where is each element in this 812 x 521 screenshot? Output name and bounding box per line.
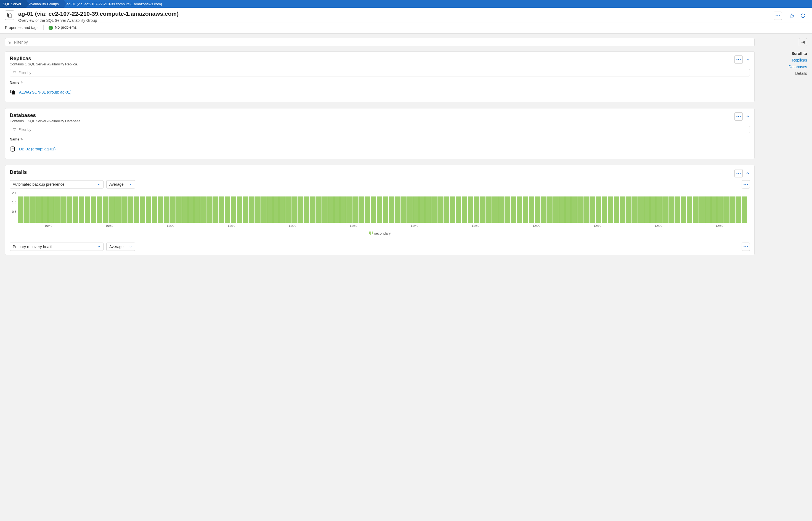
chart-bar[interactable] xyxy=(675,197,680,223)
databases-name-column[interactable]: Name ⇅ xyxy=(10,137,750,143)
chart-bar[interactable] xyxy=(346,197,352,223)
chart-bar[interactable] xyxy=(486,197,492,223)
chart-bar[interactable] xyxy=(297,197,303,223)
chart-bar[interactable] xyxy=(413,197,419,223)
table-row[interactable]: DB-02 (group: ag-01) xyxy=(10,143,750,155)
chart-bar[interactable] xyxy=(359,197,364,223)
chart-bar[interactable] xyxy=(395,197,401,223)
replicas-collapse-button[interactable] xyxy=(745,58,750,62)
chart-bar[interactable] xyxy=(286,197,291,223)
chart-bar[interactable] xyxy=(650,197,656,223)
table-row[interactable]: ALWAYSON-01 (group: ag-01) xyxy=(10,86,750,98)
chart-bar[interactable] xyxy=(644,197,650,223)
chart-bar[interactable] xyxy=(383,197,388,223)
chart-bar[interactable] xyxy=(103,197,109,223)
chart-bar[interactable] xyxy=(717,197,723,223)
chart-bar[interactable] xyxy=(742,197,747,223)
chart-bar[interactable] xyxy=(164,197,170,223)
chart-2-more-button[interactable] xyxy=(742,243,750,251)
chart-bar[interactable] xyxy=(322,197,328,223)
chart-bar[interactable] xyxy=(134,197,139,223)
chart-bar[interactable] xyxy=(152,197,157,223)
problems-status[interactable]: ✓No problems xyxy=(49,25,76,30)
chart-bar[interactable] xyxy=(705,197,711,223)
chart-bar[interactable] xyxy=(614,197,619,223)
chart-bar[interactable] xyxy=(656,197,662,223)
databases-filter[interactable] xyxy=(10,126,750,133)
chart-bar[interactable] xyxy=(48,197,54,223)
chart-bar[interactable] xyxy=(699,197,705,223)
chart-bar[interactable] xyxy=(723,197,729,223)
chart-bar[interactable] xyxy=(595,197,601,223)
chart-bar[interactable] xyxy=(553,197,559,223)
chart-bar[interactable] xyxy=(462,197,467,223)
chart-bar[interactable] xyxy=(261,197,267,223)
chart-bar[interactable] xyxy=(584,197,589,223)
chart-bar[interactable] xyxy=(54,197,60,223)
chart-bar[interactable] xyxy=(504,197,510,223)
chart-bar[interactable] xyxy=(303,197,309,223)
chart-bar[interactable] xyxy=(620,197,626,223)
chart-bar[interactable] xyxy=(128,197,133,223)
properties-and-tags-link[interactable]: Properties and tags xyxy=(5,25,38,30)
scroll-link-replicas[interactable]: Replicas xyxy=(760,58,807,62)
chart-bar[interactable] xyxy=(200,197,206,223)
chart-bar[interactable] xyxy=(334,197,340,223)
chart-bar[interactable] xyxy=(18,197,23,223)
chart-bar[interactable] xyxy=(456,197,461,223)
chart-bar[interactable] xyxy=(425,197,431,223)
aggregation-select-1[interactable]: Average xyxy=(106,180,135,188)
chart-bar[interactable] xyxy=(243,197,248,223)
chart-bar[interactable] xyxy=(693,197,698,223)
replicas-filter-input[interactable] xyxy=(19,71,747,75)
chart-bar[interactable] xyxy=(237,197,242,223)
chart-bar[interactable] xyxy=(437,197,443,223)
chart-bar[interactable] xyxy=(310,197,315,223)
details-collapse-button[interactable] xyxy=(745,171,750,176)
chart-bar[interactable] xyxy=(24,197,29,223)
chart-bar[interactable] xyxy=(225,197,230,223)
chart-bar[interactable] xyxy=(30,197,36,223)
replicas-filter[interactable] xyxy=(10,69,750,76)
chart-bar[interactable] xyxy=(121,197,127,223)
thumbs-up-button[interactable] xyxy=(788,12,796,20)
chart-bar[interactable] xyxy=(389,197,394,223)
chart-bar[interactable] xyxy=(377,197,382,223)
chart-bar[interactable] xyxy=(73,197,78,223)
chart-bar[interactable] xyxy=(535,197,540,223)
chart-bar[interactable] xyxy=(291,197,297,223)
chart-bar[interactable] xyxy=(170,197,176,223)
chart-bar[interactable] xyxy=(97,197,103,223)
chart-bar[interactable] xyxy=(194,197,200,223)
chart-bar[interactable] xyxy=(541,197,546,223)
chart-bar[interactable] xyxy=(571,197,577,223)
breadcrumb-availability-groups[interactable]: Availability Groups xyxy=(26,0,64,8)
scroll-link-databases[interactable]: Databases xyxy=(760,65,807,69)
chart-bar[interactable] xyxy=(146,197,151,223)
details-more-button[interactable] xyxy=(735,169,743,177)
chart-bar[interactable] xyxy=(492,197,498,223)
chart-bar[interactable] xyxy=(547,197,552,223)
metric-select-1[interactable]: Automated backup preference xyxy=(10,180,104,188)
chart-bar[interactable] xyxy=(61,197,66,223)
chart-bar[interactable] xyxy=(176,197,182,223)
chart-bar[interactable] xyxy=(91,197,96,223)
chart-bar[interactable] xyxy=(255,197,261,223)
chart-bar[interactable] xyxy=(188,197,194,223)
chart-bar[interactable] xyxy=(736,197,741,223)
chart-bar[interactable] xyxy=(632,197,637,223)
chart-bar[interactable] xyxy=(565,197,571,223)
chart-bar[interactable] xyxy=(498,197,504,223)
chart-bar[interactable] xyxy=(662,197,668,223)
chart-bar[interactable] xyxy=(273,197,279,223)
replicas-more-button[interactable] xyxy=(735,55,743,64)
chart-bar[interactable] xyxy=(182,197,188,223)
chart-bar[interactable] xyxy=(401,197,407,223)
chart-1-more-button[interactable] xyxy=(742,180,750,188)
chart-bar[interactable] xyxy=(78,197,84,223)
chart-bar[interactable] xyxy=(419,197,425,223)
chart-bar[interactable] xyxy=(444,197,449,223)
chart-bar[interactable] xyxy=(669,197,674,223)
chart-bar[interactable] xyxy=(523,197,528,223)
scroll-link-details[interactable]: Details xyxy=(760,71,807,75)
